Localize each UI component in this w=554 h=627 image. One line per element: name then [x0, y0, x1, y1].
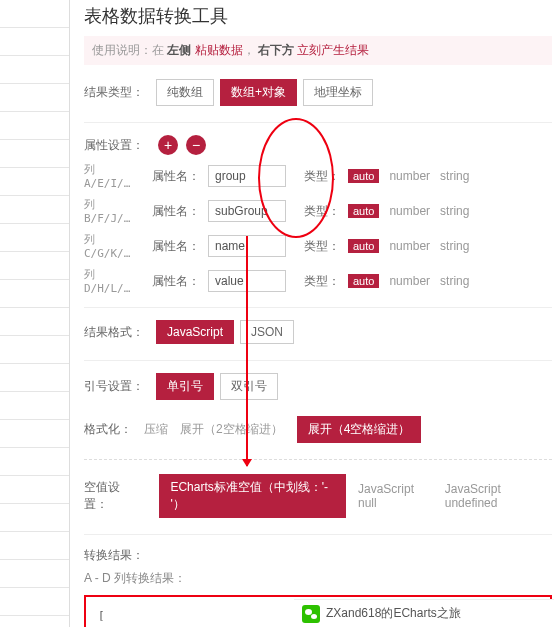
- type-auto[interactable]: auto: [348, 239, 379, 253]
- type-string[interactable]: string: [440, 169, 469, 183]
- type-number[interactable]: number: [389, 239, 430, 253]
- empty-undef[interactable]: JavaScript undefined: [445, 482, 552, 510]
- usage-hint: 使用说明：在 左侧 粘贴数据， 右下方 立刻产生结果: [84, 36, 552, 65]
- empty-row: 空值设置： ECharts标准空值（中划线：'-'） JavaScript nu…: [84, 474, 552, 518]
- add-attr-button[interactable]: +: [158, 135, 178, 155]
- result-type-opt-array[interactable]: 纯数组: [156, 79, 214, 106]
- attr-label: 属性设置：: [84, 137, 144, 154]
- type-number[interactable]: number: [389, 274, 430, 288]
- annotation-arrow: [246, 236, 248, 466]
- attr-row: 列 B/F/J/…属性名：类型：autonumberstring: [84, 197, 552, 225]
- result-type-opt-array-obj[interactable]: 数组+对象: [220, 79, 297, 106]
- footer-bar: ZXand618的ECharts之旅: [294, 599, 554, 627]
- type-auto[interactable]: auto: [348, 169, 379, 183]
- fmt-json[interactable]: JSON: [240, 320, 294, 344]
- quote-row: 引号设置： 单引号 双引号: [84, 373, 552, 400]
- left-table-rail: [0, 0, 70, 627]
- quote-single[interactable]: 单引号: [156, 373, 214, 400]
- pretty-row: 格式化： 压缩 展开（2空格缩进） 展开（4空格缩进）: [84, 416, 552, 443]
- result-type-opt-geo[interactable]: 地理坐标: [303, 79, 373, 106]
- attr-row: 列 D/H/L/…属性名：类型：autonumberstring: [84, 267, 552, 295]
- fmt-js[interactable]: JavaScript: [156, 320, 234, 344]
- pretty-4sp[interactable]: 展开（4空格缩进）: [297, 416, 422, 443]
- result-type-label: 结果类型：: [84, 84, 144, 101]
- type-string[interactable]: string: [440, 204, 469, 218]
- attr-row: 列 C/G/K/…属性名：类型：autonumberstring: [84, 232, 552, 260]
- type-string[interactable]: string: [440, 239, 469, 253]
- col-label: 列 C/G/K/…: [84, 232, 144, 260]
- remove-attr-button[interactable]: −: [186, 135, 206, 155]
- attr-name-input[interactable]: [208, 200, 286, 222]
- empty-null[interactable]: JavaScript null: [358, 482, 433, 510]
- attr-row: 列 A/E/I/…属性名：类型：autonumberstring: [84, 162, 552, 190]
- empty-echarts[interactable]: ECharts标准空值（中划线：'-'）: [159, 474, 346, 518]
- footer-text: ZXand618的ECharts之旅: [326, 605, 461, 622]
- col-label: 列 B/F/J/…: [84, 197, 144, 225]
- col-label: 列 D/H/L/…: [84, 267, 144, 295]
- attr-name-input[interactable]: [208, 165, 286, 187]
- result-heading: 转换结果：: [84, 547, 552, 564]
- format-row: 结果格式： JavaScript JSON: [84, 320, 552, 344]
- col-label: 列 A/E/I/…: [84, 162, 144, 190]
- page-title: 表格数据转换工具: [84, 4, 552, 28]
- type-number[interactable]: number: [389, 169, 430, 183]
- pretty-compact[interactable]: 压缩: [144, 421, 168, 438]
- result-type-row: 结果类型： 纯数组 数组+对象 地理坐标: [84, 79, 552, 106]
- pretty-2sp[interactable]: 展开（2空格缩进）: [180, 421, 283, 438]
- type-string[interactable]: string: [440, 274, 469, 288]
- quote-double[interactable]: 双引号: [220, 373, 278, 400]
- type-auto[interactable]: auto: [348, 274, 379, 288]
- type-number[interactable]: number: [389, 204, 430, 218]
- type-auto[interactable]: auto: [348, 204, 379, 218]
- wechat-icon: [302, 605, 320, 623]
- result-sub: A - D 列转换结果：: [84, 570, 552, 587]
